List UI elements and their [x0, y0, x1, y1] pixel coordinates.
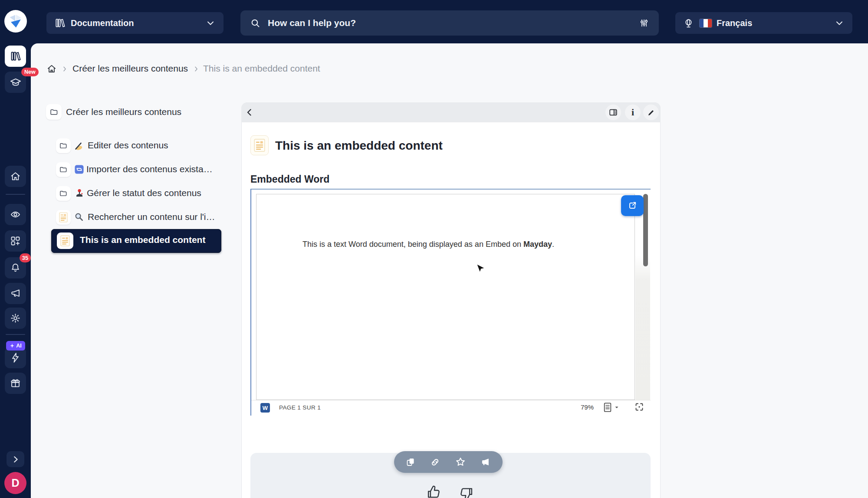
sidebar-item-announcements[interactable] [5, 283, 26, 304]
sidebar-expand-button[interactable] [7, 451, 24, 467]
language-dropdown[interactable]: Français [675, 12, 852, 34]
section-heading: Embedded Word [250, 174, 329, 185]
chevron-left-icon [244, 107, 255, 118]
copy-icon[interactable] [405, 457, 416, 467]
tree-item-rechercher[interactable]: Rechercher un contenu sur l'i… [88, 212, 215, 222]
doc-text-end: . [552, 240, 554, 249]
top-bar: Documentation [0, 0, 868, 43]
user-avatar[interactable]: D [4, 472, 26, 494]
info-button[interactable]: i [625, 105, 641, 120]
language-label: Français [717, 18, 752, 28]
thumbs-up-button[interactable] [425, 484, 442, 498]
back-button[interactable] [242, 105, 257, 120]
notification-count-badge: 35 [20, 253, 31, 262]
zoom-mode-dropdown[interactable] [604, 402, 619, 413]
magnifier-emoji-icon [74, 212, 84, 222]
fullscreen-button[interactable] [634, 402, 644, 412]
workspace-label: Documentation [71, 18, 134, 28]
sidebar-divider [6, 194, 25, 195]
breadcrumb-home[interactable] [46, 63, 57, 75]
article-icon [250, 135, 269, 155]
word-document-text: This is a text Word document, being disp… [302, 240, 554, 249]
french-flag-icon [699, 19, 712, 28]
toggle-side-panel-button[interactable] [605, 105, 621, 120]
library-icon [54, 17, 66, 29]
zoom-level-label: 79% [581, 403, 594, 411]
globe-icon [683, 18, 694, 29]
repeat-emoji-icon [74, 164, 84, 174]
fullscreen-icon [634, 402, 644, 412]
breadcrumb-current-page: This is an embedded content [203, 63, 320, 74]
doc-text: This is a text Word document, being disp… [302, 240, 523, 249]
ai-badge: AI [6, 341, 25, 351]
chevron-down-icon [205, 18, 216, 28]
side-panel-icon [608, 108, 618, 117]
gift-icon [10, 377, 21, 389]
edit-button[interactable] [643, 105, 659, 120]
breadcrumb-folder-link[interactable]: Créer les meilleurs contenus [72, 63, 188, 74]
sparkle-icon [10, 343, 15, 348]
external-link-icon [627, 200, 638, 211]
sidebar-nav: New [0, 43, 31, 498]
page-layout-icon [604, 402, 612, 413]
mayday-logo[interactable] [4, 10, 27, 33]
library-icon [10, 50, 21, 62]
doc-text-bold: Mayday [523, 240, 552, 249]
document-icon [56, 210, 71, 225]
search-input[interactable] [267, 17, 639, 29]
page-title: This is an embedded content [275, 139, 443, 153]
grid-plus-icon [10, 235, 21, 247]
gear-icon [10, 312, 21, 324]
search-filters-icon[interactable] [639, 17, 649, 29]
thumbs-down-button[interactable] [458, 486, 475, 498]
app-window: Documentation [0, 0, 868, 498]
logo-pinwheel-icon [6, 12, 25, 31]
chevron-right-icon [11, 455, 20, 464]
sidebar-item-whats-new[interactable] [5, 373, 26, 394]
tree-item-editer[interactable]: Editer des contenus [88, 140, 168, 151]
mouse-cursor [476, 263, 487, 275]
sidebar-item-settings[interactable] [5, 308, 26, 329]
writing-hand-emoji-icon [74, 141, 84, 151]
lightning-icon [10, 352, 21, 364]
tree-item-importer[interactable]: Importer des contenus exista… [86, 164, 213, 174]
search-icon [250, 18, 261, 29]
folder-icon [56, 138, 71, 153]
search-bar[interactable] [240, 10, 659, 36]
pencil-icon [647, 108, 656, 117]
home-icon [46, 63, 57, 75]
ai-badge-label: AI [16, 343, 22, 349]
breadcrumb-chevron-icon [61, 66, 68, 72]
article-toolbar [241, 102, 661, 122]
sidebar-item-modules[interactable] [5, 230, 26, 252]
article-actions-toolbar [394, 451, 503, 473]
megaphone-icon[interactable] [480, 456, 491, 468]
bell-icon [10, 262, 21, 274]
tree-root-label[interactable]: Créer les meilleurs contenus [66, 107, 181, 117]
scrollbar-thumb[interactable] [643, 194, 648, 266]
folder-icon [56, 186, 71, 201]
tree-item-gerer[interactable]: Gérer le statut des contenus [87, 188, 201, 198]
info-icon: i [631, 108, 634, 117]
word-file-icon: W [260, 403, 270, 413]
breadcrumb-chevron-icon [193, 66, 200, 72]
sidebar-divider [6, 334, 25, 335]
sidebar-item-documentation[interactable] [5, 46, 26, 67]
chevron-down-icon [834, 18, 845, 28]
sidebar-item-preview[interactable] [5, 204, 26, 225]
page-count-label: PAGE 1 SUR 1 [279, 404, 321, 411]
workspace-dropdown[interactable]: Documentation [46, 12, 224, 34]
megaphone-icon [10, 288, 21, 299]
folder-icon [46, 104, 62, 120]
link-icon[interactable] [430, 457, 441, 468]
document-icon [57, 233, 73, 249]
open-in-new-tab-button[interactable] [621, 195, 644, 216]
graduation-cap-icon [10, 76, 22, 88]
new-badge: New [21, 68, 39, 76]
caret-down-icon [614, 405, 619, 410]
tree-item-selected-label: This is an embedded content [80, 235, 205, 245]
sidebar-item-home[interactable] [5, 166, 26, 187]
eye-icon [10, 209, 21, 220]
home-icon [10, 170, 21, 182]
star-icon[interactable] [455, 456, 466, 468]
